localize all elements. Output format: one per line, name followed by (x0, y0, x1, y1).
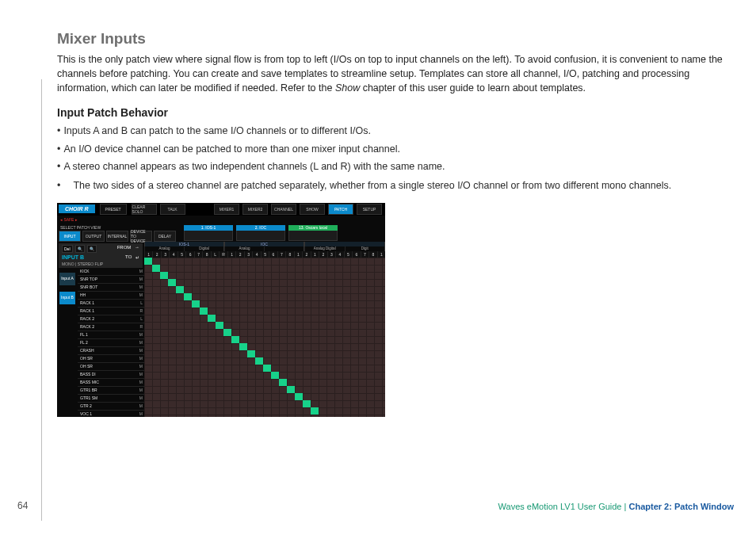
delete-button[interactable]: Del (62, 245, 73, 253)
device-thumb[interactable]: 13. Oscars local (288, 225, 338, 241)
intro-paragraph: This is the only patch view where signal… (57, 52, 734, 95)
channel-row[interactable]: BASS DIM (78, 371, 144, 379)
safe-indicator: ◂ SAFE ▸ (60, 217, 78, 222)
patch-cell[interactable] (271, 372, 279, 379)
to-arrow-icon: ↵ (134, 254, 139, 260)
patch-view-delay[interactable]: DELAY (154, 231, 176, 242)
footer-chapter: Chapter 2: Patch Window (628, 502, 734, 511)
talk-button[interactable]: TALK (160, 204, 185, 215)
channel-row[interactable]: SNR TOPM (78, 276, 144, 284)
channel-row[interactable]: FL 2M (78, 339, 144, 347)
patch-cell[interactable] (184, 293, 192, 300)
patch-cell[interactable] (144, 258, 152, 265)
patch-view-output[interactable]: OUTPUT (82, 231, 105, 242)
patch-cell[interactable] (152, 265, 160, 272)
patch-cell[interactable] (216, 322, 223, 329)
device-thumb[interactable]: 1. IOS-1 (184, 225, 233, 241)
channel-row[interactable]: GTR1 BRM (78, 387, 144, 395)
bullet-1: Inputs A and B can patch to the same I/O… (57, 124, 734, 139)
patch-cell[interactable] (223, 329, 231, 336)
patch-cell[interactable] (231, 336, 239, 343)
patch-cell[interactable] (247, 350, 255, 357)
channel-row[interactable]: OH SRM (78, 363, 144, 371)
patch-cell[interactable] (160, 272, 168, 279)
clear-solo-button[interactable]: CLEAR SOLO (132, 204, 157, 215)
patch-view-input[interactable]: INPUT (59, 231, 81, 242)
side-rule (41, 79, 42, 521)
search2-button[interactable]: 🔍 (87, 245, 97, 253)
tab-setup[interactable]: SETUP (357, 204, 382, 215)
patch-cell[interactable] (255, 357, 263, 365)
subsection-title: Input Patch Behavior (57, 106, 734, 119)
patch-cell[interactable] (279, 379, 287, 386)
channel-label: CHOIR R (59, 204, 95, 213)
channel-row[interactable]: SNR BOTM (78, 284, 144, 292)
channel-row[interactable]: RACK 2R (78, 323, 144, 331)
section-title: Mixer Inputs (57, 30, 734, 48)
tab-channel[interactable]: CHANNEL (271, 204, 296, 215)
tab-show[interactable]: SHOW (300, 204, 325, 215)
page-number: 64 (17, 500, 28, 511)
channel-row[interactable]: KICKM (78, 268, 144, 276)
intro-show: Show (335, 82, 360, 94)
patch-cell[interactable] (192, 300, 200, 308)
patch-cell[interactable] (168, 279, 176, 286)
page-footer: Waves eMotion LV1 User Guide | Chapter 2… (498, 502, 734, 511)
intro-b: chapter of this user guide to learn abou… (360, 82, 586, 94)
patch-cell[interactable] (200, 308, 208, 315)
tab-mixer2[interactable]: MIXER2 (242, 204, 268, 215)
mono-stereo-label: MONO | STEREO FLIP (62, 262, 139, 266)
channel-row[interactable]: RACK 1R (78, 308, 144, 315)
search-button[interactable]: 🔍 (75, 245, 85, 253)
patch-cell[interactable] (311, 407, 319, 415)
select-patch-view-label: SELECT PATCH VIEW (59, 224, 176, 231)
patch-cell[interactable] (303, 400, 311, 407)
patch-cell[interactable] (263, 365, 271, 372)
bullet-3: A stereo channel appears as two independ… (57, 159, 734, 174)
patch-view-device-to-device[interactable]: DEVICE TO DEVICE (130, 231, 152, 242)
patch-cell[interactable] (287, 386, 295, 393)
bullet-2: An I/O device channel can be patched to … (57, 142, 734, 157)
channel-row[interactable]: BASS MICM (78, 379, 144, 387)
patch-cell[interactable] (176, 286, 184, 293)
channel-row[interactable]: FL 1M (78, 331, 144, 339)
channel-row[interactable]: GTR1 SMM (78, 395, 144, 403)
patch-cell[interactable] (239, 343, 247, 350)
patch-cell[interactable] (208, 315, 216, 322)
channel-row[interactable]: OH SRM (78, 355, 144, 363)
input-b-tab[interactable]: Input B (59, 292, 75, 304)
input-b-title: INPUT B (62, 254, 84, 260)
tab-patch[interactable]: PATCH (328, 204, 353, 215)
patch-cell[interactable] (295, 393, 303, 400)
preset-box[interactable]: PRESET (100, 204, 127, 215)
from-arrow-icon: → (133, 245, 139, 253)
patch-view-internal[interactable]: INTERNAL (106, 231, 128, 242)
channel-row[interactable]: CRASHM (78, 347, 144, 355)
patch-window-screenshot: CHOIR R PRESET CLEAR SOLO TALK MIXER1MIX… (57, 203, 385, 417)
channel-row[interactable]: RACK 1L (78, 300, 144, 308)
from-label: FROM (117, 245, 132, 253)
channel-row[interactable]: RACK 2L (78, 315, 144, 323)
device-thumb[interactable]: 2. IOC (236, 225, 285, 241)
input-a-tab[interactable]: Input A (59, 273, 75, 285)
to-label: TO (125, 254, 132, 260)
channel-row[interactable]: VOC 1M (78, 411, 144, 417)
sub-bullet-1: The two sides of a stereo channel are pa… (81, 178, 734, 193)
channel-row[interactable]: HHM (78, 292, 144, 300)
footer-guide: Waves eMotion LV1 User Guide (498, 502, 622, 511)
tab-mixer1[interactable]: MIXER1 (214, 204, 239, 215)
channel-row[interactable]: GTR 2M (78, 403, 144, 411)
